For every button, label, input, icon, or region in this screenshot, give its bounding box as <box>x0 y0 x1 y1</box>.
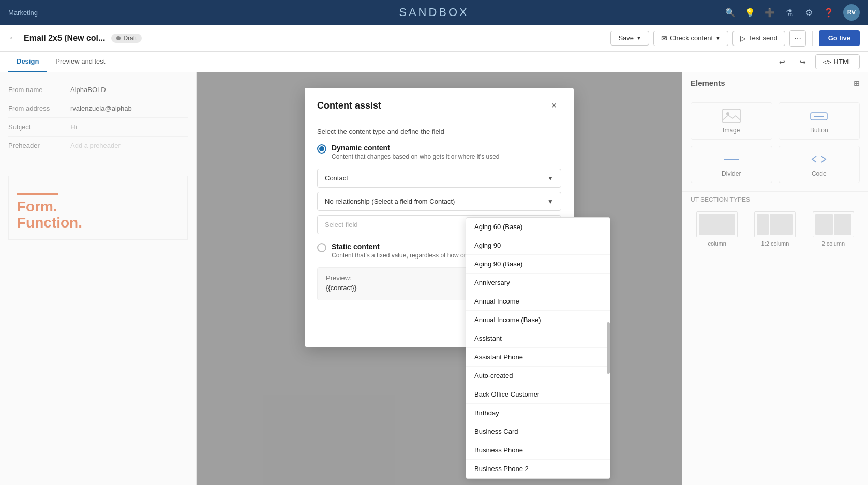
layout-col-narrow <box>757 214 769 235</box>
preheader-placeholder[interactable]: Add a preheader <box>70 142 121 149</box>
dynamic-radio-desc: Content that changes based on who gets i… <box>332 153 500 160</box>
tabs-bar: Design Preview and test ↩ ↪ </> HTML <box>0 52 868 72</box>
elements-grid: Image Button <box>682 94 868 191</box>
top-navigation: Marketing SANDBOX 🔍 💡 ➕ ⚗ ⚙ ❓ RV <box>0 0 868 25</box>
element-divider[interactable]: Divider <box>691 146 772 183</box>
dropdown-item-birthday[interactable]: Birthday <box>466 404 610 422</box>
dynamic-radio-text: Dynamic content Content that changes bas… <box>332 144 500 160</box>
dropdown-item-business-card[interactable]: Business Card <box>466 422 610 441</box>
divider <box>812 31 813 46</box>
divider-element-icon <box>721 151 742 167</box>
layout-12col-label: 1:2 column <box>761 240 789 247</box>
send-icon: ▷ <box>740 34 746 42</box>
layout-2col-label: 2 column <box>822 240 845 247</box>
subject-label: Subject <box>8 123 70 131</box>
dropdown-scrollbar-thumb[interactable] <box>607 322 610 374</box>
layout-12col-preview <box>754 211 796 237</box>
modal-subtitle: Select the content type and define the f… <box>317 128 561 135</box>
tab-preview-test[interactable]: Preview and test <box>47 52 113 72</box>
from-name-value[interactable]: AlphaBOLD <box>70 86 106 94</box>
select-field-placeholder: Select field <box>325 221 358 229</box>
dropdown-item-assistant-phone[interactable]: Assistant Phone <box>466 348 610 367</box>
avatar[interactable]: RV <box>843 4 860 21</box>
settings-icon[interactable]: ⚙ <box>804 7 814 18</box>
dropdown-item-anniversary[interactable]: Anniversary <box>466 274 610 292</box>
dropdown-item-annual-income[interactable]: Annual Income <box>466 292 610 311</box>
layout-col-a <box>815 214 833 235</box>
subject-row: Subject Hi <box>8 118 188 137</box>
section-types-label: ut section types <box>682 191 868 207</box>
lightbulb-icon[interactable]: 💡 <box>745 7 755 18</box>
layout-1col[interactable]: column <box>691 211 743 247</box>
dropdown-item-annual-income-base[interactable]: Annual Income (Base) <box>466 311 610 329</box>
dropdown-item-business-phone[interactable]: Business Phone <box>466 441 610 460</box>
html-button[interactable]: </> HTML <box>815 54 860 69</box>
layout-2col[interactable]: 2 column <box>807 211 860 247</box>
elements-panel-header: Elements ⊞ <box>682 72 868 94</box>
elements-panel: Elements ⊞ Image <box>682 72 868 485</box>
add-icon[interactable]: ➕ <box>765 7 775 18</box>
relationship-dropdown-value: No relationship (Select a field from Con… <box>325 198 455 205</box>
draft-badge: Draft <box>111 34 142 43</box>
button-element-label: Button <box>810 127 828 134</box>
preheader-label: Preheader <box>8 142 70 149</box>
test-send-button[interactable]: ▷ Test send <box>732 31 785 46</box>
search-icon[interactable]: 🔍 <box>725 7 736 18</box>
code-element-icon <box>809 151 829 167</box>
more-options-button[interactable]: ⋯ <box>789 30 806 47</box>
go-live-button[interactable]: Go live <box>819 30 860 46</box>
draft-dot <box>116 36 121 40</box>
app-section-label: Marketing <box>8 9 70 17</box>
tab-design[interactable]: Design <box>8 52 47 72</box>
preview-title-line2: Function. <box>17 215 179 231</box>
layout-1col-preview <box>696 211 738 237</box>
help-icon[interactable]: ❓ <box>824 7 834 18</box>
button-element-icon <box>809 108 829 124</box>
layout-col-b <box>834 214 851 235</box>
app-brand: SANDBOX <box>399 6 469 19</box>
preheader-row: Preheader Add a preheader <box>8 137 188 155</box>
check-icon: ✉ <box>661 34 667 42</box>
from-address-value[interactable]: rvalenzuela@alphab <box>70 104 132 112</box>
elements-panel-icon[interactable]: ⊞ <box>854 79 860 87</box>
modal-close-button[interactable]: × <box>547 98 561 113</box>
main-layout: From name AlphaBOLD From address rvalenz… <box>0 72 868 485</box>
dynamic-radio-button[interactable] <box>317 144 326 154</box>
layout-2col-preview <box>813 211 854 237</box>
layout-col-wide <box>770 214 793 235</box>
preview-title-line1: Form. <box>17 199 179 215</box>
dropdown-item-aging60base[interactable]: Aging 60 (Base) <box>466 218 610 236</box>
image-element-label: Image <box>723 127 740 134</box>
dynamic-content-option[interactable]: Dynamic content Content that changes bas… <box>317 144 561 160</box>
dropdown-item-assistant[interactable]: Assistant <box>466 329 610 348</box>
layout-12col[interactable]: 1:2 column <box>749 211 801 247</box>
check-content-button[interactable]: ✉ Check content ▼ <box>653 31 728 46</box>
from-address-row: From address rvalenzuela@alphab <box>8 99 188 118</box>
code-element-label: Code <box>812 170 827 177</box>
dropdown-item-business-phone2[interactable]: Business Phone 2 <box>466 460 610 478</box>
back-button[interactable]: ← <box>8 33 18 43</box>
element-image[interactable]: Image <box>691 102 772 140</box>
dropdown-item-aging90base[interactable]: Aging 90 (Base) <box>466 255 610 274</box>
element-code[interactable]: Code <box>779 146 860 183</box>
nav-actions: 🔍 💡 ➕ ⚗ ⚙ ❓ RV <box>725 4 860 21</box>
center-area: Content assist × Select the content type… <box>197 72 682 485</box>
dropdown-item-aging90[interactable]: Aging 90 <box>466 236 610 255</box>
save-button[interactable]: Save ▼ <box>610 31 649 46</box>
undo-button[interactable]: ↩ <box>774 54 790 70</box>
modal-overlay[interactable]: Content assist × Select the content type… <box>197 72 682 485</box>
from-name-label: From name <box>8 86 70 94</box>
dropdown-item-back-office[interactable]: Back Office Customer <box>466 385 610 404</box>
element-button[interactable]: Button <box>779 102 860 140</box>
relationship-dropdown[interactable]: No relationship (Select a field from Con… <box>317 192 561 211</box>
contact-dropdown-value: Contact <box>325 174 348 182</box>
field-dropdown-list[interactable]: Aging 60 (Base) Aging 90 Aging 90 (Base)… <box>466 217 610 479</box>
contact-dropdown[interactable]: Contact ▼ <box>317 169 561 188</box>
preview-image-area: Form. Function. <box>8 176 188 240</box>
subject-value[interactable]: Hi <box>70 123 77 131</box>
filter-icon[interactable]: ⚗ <box>784 7 795 18</box>
static-radio-button[interactable] <box>317 243 326 252</box>
divider-element-label: Divider <box>722 170 741 177</box>
dropdown-item-auto-created[interactable]: Auto-created <box>466 367 610 385</box>
redo-button[interactable]: ↪ <box>795 54 811 70</box>
